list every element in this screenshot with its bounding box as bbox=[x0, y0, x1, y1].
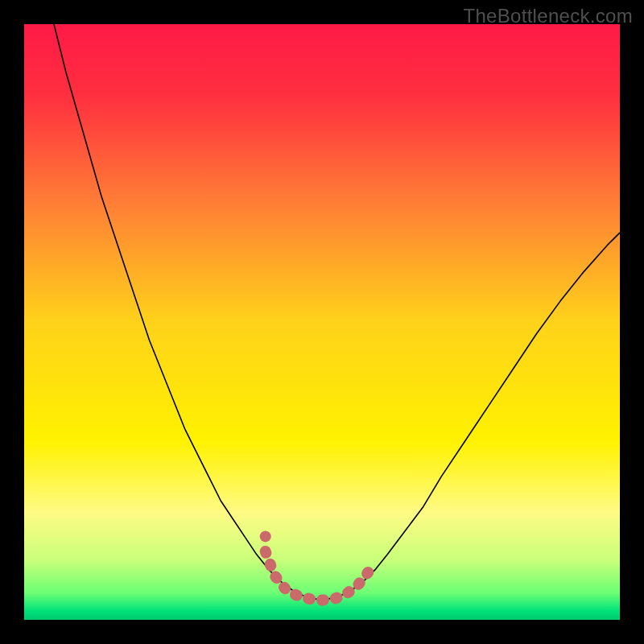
chart-frame: TheBottleneck.com bbox=[0, 0, 644, 644]
plot-area bbox=[24, 24, 620, 620]
chart-svg bbox=[24, 24, 620, 620]
marker-dot bbox=[260, 530, 271, 542]
gradient-background bbox=[24, 24, 620, 620]
